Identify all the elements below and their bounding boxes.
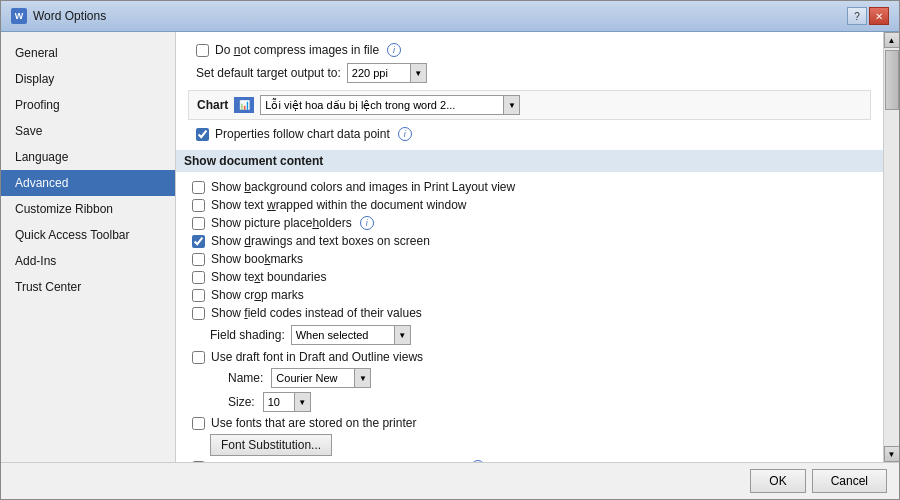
bg-colors-checkbox[interactable] — [192, 181, 205, 194]
sidebar-item-quick-access[interactable]: Quick Access Toolbar — [1, 222, 175, 248]
dialog-footer: OK Cancel — [1, 462, 899, 499]
scrollbar-down-button[interactable]: ▼ — [884, 446, 900, 462]
cancel-button[interactable]: Cancel — [812, 469, 887, 493]
dialog-body: General Display Proofing Save Language A… — [1, 32, 899, 462]
chart-row: Chart 📊 Lỗi việt hoa dấu bị lệch trong w… — [188, 90, 871, 120]
bg-colors-label: Show background colors and images in Pri… — [211, 180, 515, 194]
field-shading-arrow[interactable]: ▼ — [394, 326, 410, 344]
drawings-checkbox[interactable] — [192, 235, 205, 248]
font-substitution-row: Font Substitution... — [188, 432, 871, 458]
use-fonts-checkbox[interactable] — [192, 417, 205, 430]
text-boundaries-row: Show text boundaries — [188, 268, 871, 286]
draft-font-row: Use draft font in Draft and Outline view… — [188, 348, 871, 366]
field-shading-value: When selected — [292, 329, 394, 341]
text-wrapped-checkbox[interactable] — [192, 199, 205, 212]
draft-font-checkbox[interactable] — [192, 351, 205, 364]
use-fonts-row: Use fonts that are stored on the printer — [188, 414, 871, 432]
default-target-dropdown[interactable]: 220 ppi ▼ — [347, 63, 427, 83]
title-bar: W Word Options ? ✕ — [1, 1, 899, 32]
bookmarks-label: Show bookmarks — [211, 252, 303, 266]
sidebar-item-customize-ribbon[interactable]: Customize Ribbon — [1, 196, 175, 222]
properties-follow-label: Properties follow chart data point — [215, 127, 390, 141]
picture-placeholders-checkbox[interactable] — [192, 217, 205, 230]
picture-placeholders-label: Show picture placeholders — [211, 216, 352, 230]
main-content: Do not compress images in file i Set def… — [176, 32, 883, 462]
properties-follow-row: Properties follow chart data point i — [188, 124, 871, 144]
word-icon: W — [11, 8, 27, 24]
drawings-label: Show drawings and text boxes on screen — [211, 234, 430, 248]
title-bar-left: W Word Options — [11, 8, 106, 24]
font-name-value: Courier New — [272, 372, 354, 384]
text-wrapped-label: Show text wrapped within the document wi… — [211, 198, 466, 212]
font-size-label: Size: — [228, 395, 255, 409]
font-size-dropdown[interactable]: 10 ▼ — [263, 392, 311, 412]
compress-images-row: Do not compress images in file i — [188, 40, 871, 60]
crop-marks-label: Show crop marks — [211, 288, 304, 302]
sidebar-item-add-ins[interactable]: Add-Ins — [1, 248, 175, 274]
properties-follow-checkbox[interactable] — [196, 128, 209, 141]
text-boundaries-checkbox[interactable] — [192, 271, 205, 284]
sidebar-item-general[interactable]: General — [1, 40, 175, 66]
bookmarks-row: Show bookmarks — [188, 250, 871, 268]
close-button[interactable]: ✕ — [869, 7, 889, 25]
font-size-arrow[interactable]: ▼ — [294, 393, 310, 411]
default-target-row: Set default target output to: 220 ppi ▼ — [188, 60, 871, 86]
title-bar-buttons: ? ✕ — [847, 7, 889, 25]
use-fonts-label: Use fonts that are stored on the printer — [211, 416, 416, 430]
picture-placeholders-info-icon[interactable]: i — [360, 216, 374, 230]
sidebar-item-language[interactable]: Language — [1, 144, 175, 170]
default-target-arrow[interactable]: ▼ — [410, 64, 426, 82]
chart-dropdown[interactable]: Lỗi việt hoa dấu bị lệch trong word 2...… — [260, 95, 520, 115]
field-shading-dropdown[interactable]: When selected ▼ — [291, 325, 411, 345]
properties-follow-info-icon[interactable]: i — [398, 127, 412, 141]
picture-placeholders-row: Show picture placeholders i — [188, 214, 871, 232]
font-size-row: Size: 10 ▼ — [188, 390, 871, 414]
chart-dropdown-text: Lỗi việt hoa dấu bị lệch trong word 2... — [261, 99, 503, 112]
help-button[interactable]: ? — [847, 7, 867, 25]
sidebar-item-display[interactable]: Display — [1, 66, 175, 92]
sidebar: General Display Proofing Save Language A… — [1, 32, 176, 462]
dialog-title: Word Options — [33, 9, 106, 23]
font-name-dropdown[interactable]: Courier New ▼ — [271, 368, 371, 388]
scrollbar: ▲ ▼ — [883, 32, 899, 462]
font-name-row: Name: Courier New ▼ — [188, 366, 871, 390]
chart-icon: 📊 — [234, 97, 254, 113]
show-document-header: Show document content — [176, 150, 883, 172]
sidebar-item-trust-center[interactable]: Trust Center — [1, 274, 175, 300]
compress-images-label: Do not compress images in file — [215, 43, 379, 57]
draft-font-label: Use draft font in Draft and Outline view… — [211, 350, 423, 364]
bookmarks-checkbox[interactable] — [192, 253, 205, 266]
default-target-label: Set default target output to: — [196, 66, 341, 80]
sidebar-item-save[interactable]: Save — [1, 118, 175, 144]
field-codes-checkbox[interactable] — [192, 307, 205, 320]
compress-images-checkbox[interactable] — [196, 44, 209, 57]
bg-colors-row: Show background colors and images in Pri… — [188, 178, 871, 196]
font-name-label: Name: — [228, 371, 263, 385]
font-name-arrow[interactable]: ▼ — [354, 369, 370, 387]
field-codes-label: Show field codes instead of their values — [211, 306, 422, 320]
crop-marks-checkbox[interactable] — [192, 289, 205, 302]
text-wrapped-row: Show text wrapped within the document wi… — [188, 196, 871, 214]
scrollbar-up-button[interactable]: ▲ — [884, 32, 900, 48]
field-codes-row: Show field codes instead of their values — [188, 304, 871, 322]
field-shading-label: Field shading: — [210, 328, 285, 342]
scrollbar-thumb[interactable] — [885, 50, 899, 110]
sidebar-item-advanced[interactable]: Advanced — [1, 170, 175, 196]
default-target-value: 220 ppi — [348, 67, 410, 79]
chart-label: Chart — [197, 98, 228, 112]
crop-marks-row: Show crop marks — [188, 286, 871, 304]
font-size-value: 10 — [264, 396, 294, 408]
field-shading-row: Field shading: When selected ▼ — [188, 322, 871, 348]
sidebar-item-proofing[interactable]: Proofing — [1, 92, 175, 118]
word-options-dialog: W Word Options ? ✕ General Display Proof… — [0, 0, 900, 500]
text-boundaries-label: Show text boundaries — [211, 270, 326, 284]
chart-dropdown-arrow[interactable]: ▼ — [503, 96, 519, 114]
drawings-row: Show drawings and text boxes on screen — [188, 232, 871, 250]
compress-images-info-icon[interactable]: i — [387, 43, 401, 57]
ok-button[interactable]: OK — [750, 469, 805, 493]
font-substitution-button[interactable]: Font Substitution... — [210, 434, 332, 456]
